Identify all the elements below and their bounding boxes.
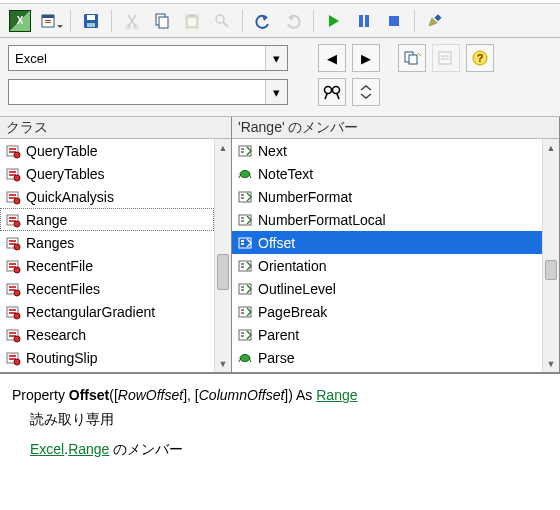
svg-point-14 bbox=[216, 15, 224, 23]
svg-rect-68 bbox=[9, 355, 16, 357]
svg-point-74 bbox=[240, 170, 250, 177]
class-item[interactable]: Range bbox=[0, 208, 214, 231]
member-item[interactable]: NumberFormatLocal bbox=[232, 208, 542, 231]
method-icon bbox=[236, 350, 254, 366]
class-item-label: Ranges bbox=[26, 235, 74, 251]
main-toolbar: X bbox=[0, 4, 560, 38]
svg-rect-83 bbox=[241, 243, 244, 245]
toggle-results-button[interactable] bbox=[352, 78, 380, 106]
chevron-down-icon[interactable]: ▾ bbox=[265, 46, 287, 70]
class-item[interactable]: Research bbox=[0, 323, 214, 346]
class-item[interactable]: RecentFiles bbox=[0, 277, 214, 300]
svg-rect-86 bbox=[241, 266, 244, 268]
view-definition-button[interactable] bbox=[432, 44, 460, 72]
class-icon bbox=[4, 304, 22, 320]
scrollbar[interactable]: ▲ ▼ bbox=[214, 139, 231, 372]
svg-text:?: ? bbox=[477, 52, 484, 64]
svg-rect-44 bbox=[9, 217, 16, 219]
chevron-down-icon[interactable]: ▾ bbox=[265, 80, 287, 104]
svg-rect-93 bbox=[239, 330, 251, 340]
separator bbox=[242, 10, 243, 32]
svg-rect-12 bbox=[189, 14, 195, 17]
member-item[interactable]: OutlineLevel bbox=[232, 277, 542, 300]
property-icon bbox=[236, 189, 254, 205]
class-icon bbox=[4, 143, 22, 159]
svg-rect-90 bbox=[239, 307, 251, 317]
break-button[interactable] bbox=[350, 7, 378, 35]
class-icon bbox=[4, 212, 22, 228]
search-input[interactable] bbox=[9, 80, 265, 104]
reset-button[interactable] bbox=[380, 7, 408, 35]
member-item[interactable]: PageBreak bbox=[232, 300, 542, 323]
member-item[interactable]: Orientation bbox=[232, 254, 542, 277]
scroll-up-icon[interactable]: ▲ bbox=[215, 139, 231, 156]
scroll-up-icon[interactable]: ▲ bbox=[543, 139, 559, 156]
save-button[interactable] bbox=[77, 7, 105, 35]
svg-rect-52 bbox=[9, 263, 16, 265]
scroll-thumb[interactable] bbox=[217, 254, 229, 290]
class-icon bbox=[4, 281, 22, 297]
search-button[interactable] bbox=[318, 78, 346, 106]
arrow-right-icon: ▶ bbox=[361, 51, 371, 66]
member-item-label: OutlineLevel bbox=[258, 281, 336, 297]
class-item[interactable]: QuickAnalysis bbox=[0, 185, 214, 208]
member-item[interactable]: Offset bbox=[232, 231, 542, 254]
member-item[interactable]: Parent bbox=[232, 323, 542, 346]
sig-punct: ]) As bbox=[284, 387, 316, 403]
classes-pane: クラス QueryTableQueryTablesQuickAnalysisRa… bbox=[0, 117, 232, 372]
members-list[interactable]: NextNoteTextNumberFormatNumberFormatLoca… bbox=[232, 139, 542, 372]
class-link[interactable]: Range bbox=[68, 441, 109, 457]
svg-rect-16 bbox=[359, 15, 363, 27]
svg-line-30 bbox=[337, 94, 339, 99]
svg-rect-81 bbox=[239, 238, 251, 248]
help-button[interactable]: ? bbox=[466, 44, 494, 72]
member-item-label: NumberFormatLocal bbox=[258, 212, 386, 228]
member-item[interactable]: Parse bbox=[232, 346, 542, 369]
svg-point-46 bbox=[14, 221, 20, 227]
member-item[interactable]: Next bbox=[232, 139, 542, 162]
return-type-link[interactable]: Range bbox=[316, 387, 357, 403]
member-item[interactable]: NumberFormat bbox=[232, 185, 542, 208]
class-icon bbox=[4, 166, 22, 182]
find-button bbox=[208, 7, 236, 35]
svg-rect-80 bbox=[241, 220, 244, 222]
scroll-down-icon[interactable]: ▼ bbox=[543, 355, 559, 372]
excel-icon[interactable]: X bbox=[6, 7, 34, 35]
member-item[interactable]: NoteText bbox=[232, 162, 542, 185]
member-item-label: Next bbox=[258, 143, 287, 159]
svg-rect-64 bbox=[9, 332, 16, 334]
library-link[interactable]: Excel bbox=[30, 441, 64, 457]
member-item-label: Offset bbox=[258, 235, 295, 251]
library-input[interactable] bbox=[9, 46, 265, 70]
svg-rect-72 bbox=[241, 148, 244, 150]
run-button[interactable] bbox=[320, 7, 348, 35]
class-item-label: QuickAnalysis bbox=[26, 189, 114, 205]
nav-back-button[interactable]: ◀ bbox=[318, 44, 346, 72]
sig-punct: ], [ bbox=[183, 387, 199, 403]
class-icon bbox=[4, 189, 22, 205]
class-item[interactable]: RecentFile bbox=[0, 254, 214, 277]
design-mode-button[interactable] bbox=[421, 7, 449, 35]
svg-rect-48 bbox=[9, 240, 16, 242]
scroll-down-icon[interactable]: ▼ bbox=[215, 355, 231, 372]
svg-rect-13 bbox=[188, 18, 196, 26]
copy-button[interactable] bbox=[148, 7, 176, 35]
search-combo[interactable]: ▾ bbox=[8, 79, 288, 105]
class-item[interactable]: QueryTable bbox=[0, 139, 214, 162]
view-switch-button[interactable] bbox=[36, 7, 64, 35]
class-item[interactable]: QueryTables bbox=[0, 162, 214, 185]
scroll-thumb[interactable] bbox=[545, 260, 557, 280]
nav-forward-button[interactable]: ▶ bbox=[352, 44, 380, 72]
svg-rect-18 bbox=[389, 16, 399, 26]
scrollbar[interactable]: ▲ ▼ bbox=[542, 139, 559, 372]
undo-button[interactable] bbox=[249, 7, 277, 35]
copy-definition-button[interactable] bbox=[398, 44, 426, 72]
arg-column-offset: ColumnOffset bbox=[199, 387, 285, 403]
sig-punct: ([ bbox=[109, 387, 118, 403]
class-item[interactable]: Ranges bbox=[0, 231, 214, 254]
classes-list[interactable]: QueryTableQueryTablesQuickAnalysisRangeR… bbox=[0, 139, 214, 372]
class-item[interactable]: RectangularGradient bbox=[0, 300, 214, 323]
class-item[interactable]: RoutingSlip bbox=[0, 346, 214, 369]
library-combo[interactable]: ▾ bbox=[8, 45, 288, 71]
member-item-label: Parse bbox=[258, 350, 295, 366]
